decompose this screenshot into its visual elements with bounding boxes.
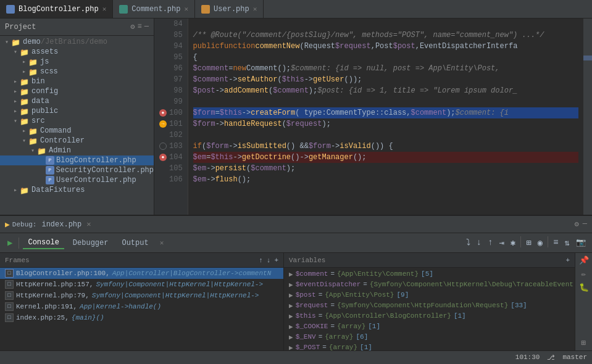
plus-icon[interactable]: + [274, 257, 278, 264]
down-arrow-icon[interactable]: ↓ [267, 257, 271, 264]
expand-arrow[interactable]: ▶ [289, 344, 293, 350]
folder-icon: 📁 [20, 78, 30, 85]
tab-debugger[interactable]: Debugger [68, 238, 114, 249]
var-item-eventdispatcher[interactable]: ▶ $eventDispatcher = {Symfony\Component\… [284, 279, 575, 290]
branch-icon: ⎇ [547, 354, 555, 362]
git-branch[interactable]: master [562, 354, 587, 362]
frame-icon: □ [5, 302, 14, 311]
list-btn[interactable]: ≡ [552, 236, 559, 249]
resume-btn[interactable]: ▶ [5, 236, 15, 249]
var-item-env[interactable]: ▶ $_ENV = {array} [6] [284, 332, 575, 342]
tab-user[interactable]: User.php ✕ [195, 0, 264, 18]
evaluate-btn[interactable]: ✱ [509, 236, 517, 249]
frames-toolbar-icons: ↑ ↓ + [259, 257, 278, 264]
tree-label-blogcontroller: BlogController.php [56, 156, 136, 165]
expand-arrow[interactable]: ▶ [289, 323, 293, 331]
minimize-debug-icon[interactable]: — [583, 220, 587, 229]
expand-arrow[interactable]: ▶ [289, 281, 293, 289]
expand-arrow[interactable]: ▶ [289, 270, 293, 278]
tab-comment[interactable]: Comment.php ✕ [113, 0, 195, 18]
var-item-comment[interactable]: ▶ $comment = {App\Entity\Comment} [5] [284, 269, 575, 279]
frames-btn[interactable]: ⊞ [525, 236, 532, 249]
debug-file-label[interactable]: index.php [41, 220, 81, 229]
code-line-106: $em -> flush (); [193, 174, 578, 185]
tree-arrow: ▸ [20, 127, 28, 134]
tab-output[interactable]: Output [117, 238, 153, 249]
tree-label-bin: bin [31, 77, 45, 86]
editor-scrollbar[interactable] [583, 19, 592, 215]
var-item-this[interactable]: ▶ $this = {App\Controller\BlogController… [284, 311, 575, 321]
step-out-btn[interactable]: ↑ [486, 236, 494, 249]
bug-icon[interactable]: 🐛 [579, 283, 589, 292]
gear-icon[interactable]: ⚙ [575, 220, 579, 229]
frame-item-4[interactable]: □ index.php:25, {main}() [0, 312, 283, 323]
tree-label-config: config [31, 87, 58, 96]
expand-icon[interactable]: ≡ [138, 22, 142, 31]
breakpoint-icon[interactable]: ● [159, 154, 167, 161]
step-into-btn[interactable]: ↓ [475, 236, 483, 249]
run-to-cursor-btn[interactable]: ⇥ [498, 236, 505, 249]
breakpoint-icon[interactable]: ● [159, 109, 167, 117]
tree-item-securitycontroller[interactable]: P SecurityController.php [0, 165, 154, 175]
expand-arrow[interactable]: ▶ [289, 291, 293, 299]
code-line-95: { [193, 52, 578, 63]
step-over-btn[interactable]: ⤵ [465, 236, 472, 249]
var-item-cookie[interactable]: ▶ $_COOKIE = {array} [1] [284, 321, 575, 332]
expand-arrow[interactable]: ▶ [289, 312, 293, 320]
tab-comment-close[interactable]: ✕ [184, 5, 188, 13]
tab-blogcontroller-close[interactable]: ✕ [102, 5, 107, 13]
folder-icon: 📁 [28, 127, 38, 134]
tree-item-blogcontroller[interactable]: P BlogController.php [0, 155, 154, 165]
tree-item-bin[interactable]: ▸ 📁 bin [0, 77, 154, 86]
expand-arrow[interactable]: ▶ [289, 302, 293, 310]
frame-file-1: HttpKernel.php:157, [16, 281, 93, 288]
variable-list: ▶ $comment = {App\Entity\Comment} [5] ▶ … [284, 268, 575, 350]
tree-item-admin[interactable]: ▾ 📁 Admin [0, 146, 154, 155]
expand2-icon[interactable]: ⊞ [582, 338, 586, 348]
frame-item-2[interactable]: □ HttpKernel.php:79, Symfony|Component|H… [0, 290, 283, 301]
pin-icon[interactable]: 📌 [579, 255, 589, 265]
var-item-post-global[interactable]: ▶ $_POST = {array} [1] [284, 342, 575, 350]
line-96: 96 [159, 63, 183, 74]
settings-icon[interactable]: ⚙ [130, 22, 135, 31]
tree-arrow: ▾ [2, 38, 11, 46]
tree-item-config[interactable]: ▸ 📁 config [0, 86, 154, 96]
camera-icon[interactable]: 📷 [575, 236, 587, 249]
tree-item-public[interactable]: ▸ 📁 public [0, 106, 154, 116]
tree-label-admin: Admin [49, 146, 71, 155]
tab-blogcontroller[interactable]: BlogController.php ✕ [0, 0, 113, 18]
output-close[interactable]: ✕ [160, 239, 164, 247]
tree-item-controller[interactable]: ▾ 📁 Controller [0, 136, 154, 146]
frame-item-0[interactable]: □ BlogController.php:100, App|Controller… [0, 268, 283, 279]
expand-arrow[interactable]: ▶ [289, 333, 293, 341]
edit-icon[interactable]: ✏ [582, 269, 586, 279]
tree-item-data[interactable]: ▸ 📁 data [0, 96, 154, 106]
tree-arrow: ▸ [11, 78, 20, 85]
tree-item-command[interactable]: ▸ 📁 Command [0, 126, 154, 136]
tree-item-js[interactable]: ▸ 📁 js [0, 57, 154, 67]
tree-item-demo[interactable]: ▾ 📁 demo /JetBrains/demo [0, 37, 154, 47]
add-var-icon[interactable]: + [565, 257, 570, 264]
tree-item-datafixtures[interactable]: ▸ 📁 DataFixtures [0, 185, 154, 195]
tree-label-src: src [31, 117, 45, 125]
tab-console[interactable]: Console [23, 237, 64, 249]
current-line-icon: → [159, 120, 167, 128]
folder-icon: 📁 [37, 147, 47, 154]
minimize-icon[interactable]: — [144, 22, 149, 31]
code-content[interactable]: /** @Route("/comment/{postSlug}/new", me… [188, 19, 583, 215]
tree-item-assets[interactable]: ▾ 📁 assets [0, 47, 154, 57]
frame-item-1[interactable]: □ HttpKernel.php:157, Symfony|Component|… [0, 279, 283, 290]
up-arrow-icon[interactable]: ↑ [259, 257, 263, 264]
tree-item-scss[interactable]: ▸ 📁 scss [0, 67, 154, 77]
tree-item-usercontroller[interactable]: P UserController.php [0, 175, 154, 185]
watches-btn[interactable]: ◉ [536, 236, 544, 249]
sort-btn[interactable]: ⇅ [564, 236, 571, 249]
var-item-request[interactable]: ▶ $request = {Symfony\Component\HttpFoun… [284, 300, 575, 311]
var-item-post[interactable]: ▶ $post = {App\Entity\Post} [9] [284, 290, 575, 300]
status-right: 101:30 ⎇ master [515, 354, 587, 362]
debug-close-btn[interactable]: ✕ [86, 220, 91, 229]
frame-item-3[interactable]: □ Kernel.php:191, App|Kernel->handle() [0, 301, 283, 312]
tab-user-close[interactable]: ✕ [253, 5, 257, 13]
debug-header-actions: ⚙ — [575, 220, 587, 229]
tree-item-src[interactable]: ▾ 📁 src [0, 116, 154, 126]
